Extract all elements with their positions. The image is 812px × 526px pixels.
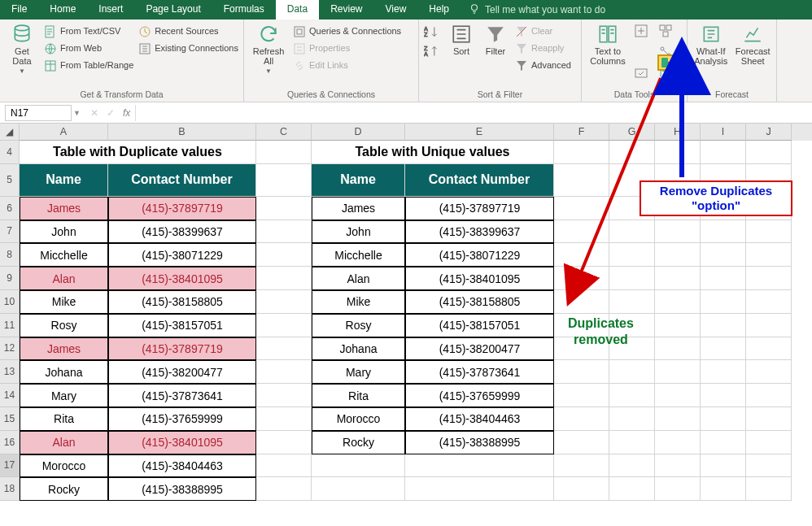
cell[interactable] [746,220,792,244]
cell[interactable]: John [20,220,108,244]
cell[interactable]: John [312,220,405,244]
row-header[interactable]: 18 [0,477,20,501]
col-header-F[interactable]: F [554,124,609,141]
cell[interactable]: Alan [20,267,108,290]
cell[interactable] [746,337,792,361]
tab-insert[interactable]: Insert [87,0,134,20]
cell[interactable] [701,267,746,290]
sort-az-icon[interactable]: AZ [424,24,442,42]
cell[interactable] [554,360,609,384]
select-all-corner[interactable]: ◢ [0,124,20,141]
cell[interactable] [554,164,609,197]
cell[interactable] [655,407,701,431]
cell[interactable] [554,384,609,407]
cell[interactable]: (415)-38399637 [405,220,554,244]
cell[interactable]: Alan [312,267,405,290]
cell[interactable] [405,454,554,478]
row-header[interactable]: 13 [0,360,20,384]
cell[interactable] [701,384,746,407]
cell[interactable] [256,360,312,384]
cell[interactable]: (415)-38388995 [108,477,256,501]
cell[interactable] [701,290,746,314]
cell[interactable] [312,477,405,501]
forecast-sheet-button[interactable]: Forecast Sheet [735,21,772,66]
cell[interactable]: Rocky [20,477,108,501]
cell[interactable]: (415)-37897719 [108,337,256,361]
fx-icon[interactable]: fx [123,107,130,119]
cell[interactable]: Mary [312,360,405,384]
cell[interactable] [655,141,701,164]
cell[interactable] [405,477,554,501]
cell[interactable]: (415)-38157051 [108,314,256,337]
cell[interactable] [701,360,746,384]
cell[interactable] [746,141,792,164]
filter-button[interactable]: Filter [481,21,510,56]
cell[interactable] [256,164,312,197]
cell[interactable] [256,407,312,431]
tab-home[interactable]: Home [38,0,87,20]
row-header[interactable]: 11 [0,314,20,337]
cell[interactable] [554,431,609,454]
cell[interactable] [746,407,792,431]
queries-connections[interactable]: Queries & Connections [293,24,401,40]
cell[interactable]: (415)-38404463 [405,407,554,431]
col-header-I[interactable]: I [701,124,746,141]
row-header[interactable]: 10 [0,290,20,314]
cell[interactable] [609,220,655,244]
tab-review[interactable]: Review [319,0,373,20]
tab-file[interactable]: File [0,0,38,20]
cell[interactable]: (415)-38388995 [405,431,554,454]
cell[interactable] [554,141,609,164]
row-header[interactable]: 12 [0,337,20,361]
tab-formulas[interactable]: Formulas [212,0,276,20]
cell[interactable] [256,267,312,290]
cell[interactable]: Alan [20,431,108,454]
sort-za-icon[interactable]: ZA [424,44,442,62]
row-header[interactable]: 7 [0,220,20,244]
cell[interactable] [746,477,792,501]
cell[interactable] [256,290,312,314]
cell[interactable] [746,290,792,314]
col-header-D[interactable]: D [312,124,405,141]
cell[interactable] [554,407,609,431]
name-box[interactable] [5,105,72,121]
get-data-button[interactable]: Get Data ▼ [5,21,39,75]
row-header[interactable]: 4 [0,141,20,164]
cell[interactable] [609,384,655,407]
cell[interactable]: (415)-38157051 [405,314,554,337]
cell[interactable] [609,141,655,164]
row-header[interactable]: 6 [0,197,20,220]
row-header[interactable]: 15 [0,407,20,431]
remove-duplicates-button[interactable] [634,45,655,63]
cell[interactable] [609,290,655,314]
cell[interactable]: (415)-37873641 [108,384,256,407]
cell[interactable]: (415)-37897719 [108,197,256,220]
cell[interactable] [746,431,792,454]
cell[interactable] [701,141,746,164]
cell[interactable]: (415)-38399637 [108,220,256,244]
col-header-G[interactable]: G [609,124,655,141]
cell[interactable] [609,360,655,384]
cell[interactable] [554,477,609,501]
cell[interactable] [609,431,655,454]
cell[interactable] [655,477,701,501]
cell[interactable]: (415)-38200477 [405,337,554,361]
cell[interactable] [701,477,746,501]
cell[interactable] [655,267,701,290]
cell[interactable] [746,384,792,407]
recent-sources[interactable]: Recent Sources [138,24,238,40]
cell[interactable] [256,337,312,361]
tab-view[interactable]: View [374,0,418,20]
cell[interactable] [256,243,312,267]
cell[interactable]: Mike [312,290,405,314]
from-text-csv[interactable]: From Text/CSV [44,24,133,40]
cell[interactable]: Rita [312,384,405,407]
cell[interactable] [746,243,792,267]
cell[interactable]: Johana [312,337,405,361]
cell[interactable]: James [20,337,108,361]
cell[interactable] [554,267,609,290]
cell[interactable] [256,220,312,244]
cell[interactable]: Micchelle [312,243,405,267]
row-header[interactable]: 14 [0,384,20,407]
cell[interactable]: (415)-38200477 [108,360,256,384]
